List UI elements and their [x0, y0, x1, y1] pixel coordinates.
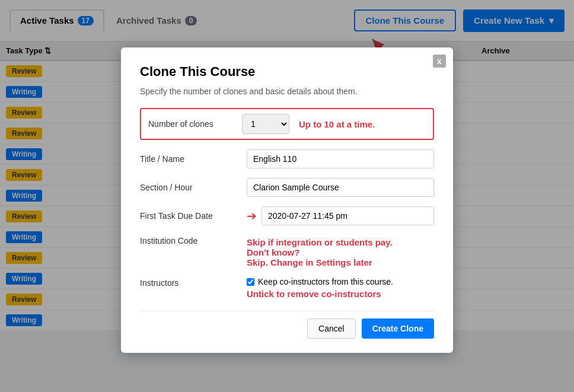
institution-row: Institution Code Skip if integration or … — [140, 235, 434, 267]
title-label: Title / Name — [140, 154, 247, 164]
instructors-annotation: Untick to remove co-instructors — [247, 289, 434, 299]
modal-close-button[interactable]: x — [433, 55, 446, 68]
instructors-content: Keep co-instructors from this course. Un… — [247, 277, 434, 299]
clones-row: Number of clones 12345678910 Up to 10 at… — [140, 108, 434, 140]
institution-annotation-line1: Skip if integration or students pay. — [247, 237, 393, 247]
modal-overlay: x Clone This Course Specify the number o… — [0, 0, 574, 392]
clone-course-modal: x Clone This Course Specify the number o… — [121, 47, 453, 353]
instructors-row: Instructors Keep co-instructors from thi… — [140, 277, 434, 299]
keep-instructors-checkbox[interactable] — [247, 278, 254, 286]
due-date-row: First Task Due Date ➔ — [140, 206, 434, 225]
modal-title: Clone This Course — [140, 64, 434, 79]
due-date-arrow-icon: ➔ — [247, 209, 257, 223]
instructors-label: Instructors — [140, 277, 247, 288]
institution-annotation-line2: Don't know? — [247, 247, 393, 257]
clones-note: Up to 10 at a time. — [299, 119, 375, 129]
institution-annotation-line3: Skip. Change in Settings later — [247, 257, 393, 267]
modal-footer: Cancel Create Clone — [140, 311, 434, 339]
clones-label: Number of clones — [148, 119, 242, 129]
cancel-button[interactable]: Cancel — [307, 318, 356, 339]
title-input[interactable] — [247, 149, 434, 168]
instructors-checkbox-row: Keep co-instructors from this course. — [247, 277, 434, 286]
keep-instructors-label: Keep co-instructors from this course. — [258, 277, 393, 286]
section-row: Section / Hour — [140, 178, 434, 197]
section-label: Section / Hour — [140, 183, 247, 192]
clones-select[interactable]: 12345678910 — [242, 114, 289, 134]
title-row: Title / Name — [140, 149, 434, 168]
section-input[interactable] — [247, 178, 434, 197]
due-date-label: First Task Due Date — [140, 211, 247, 221]
create-clone-button[interactable]: Create Clone — [362, 318, 434, 339]
modal-subtitle: Specify the number of clones and basic d… — [140, 87, 434, 96]
due-date-input[interactable] — [262, 206, 434, 225]
institution-label: Institution Code — [140, 235, 247, 246]
institution-annotation: Skip if integration or students pay. Don… — [247, 237, 393, 267]
